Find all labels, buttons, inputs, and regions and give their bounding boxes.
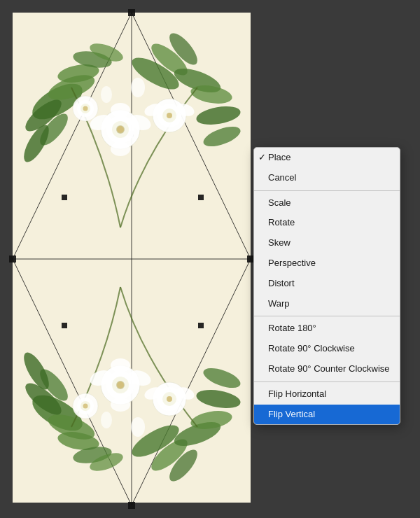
menu-item-rotate180[interactable]: Rotate 180°	[254, 318, 400, 339]
menu-separator-3	[254, 382, 400, 382]
menu-item-place-label: Place	[268, 152, 291, 162]
menu-item-rotate90ccw[interactable]: Rotate 90° Counter Clockwise	[254, 359, 400, 379]
menu-item-flip-h-label: Flip Horizontal	[268, 388, 326, 399]
menu-item-skew[interactable]: Skew	[254, 233, 400, 253]
menu-item-rotate180-label: Rotate 180°	[268, 323, 316, 333]
svg-point-29	[195, 104, 241, 128]
svg-point-47	[117, 126, 124, 133]
menu-item-scale[interactable]: Scale	[254, 193, 400, 214]
menu-item-warp[interactable]: Warp	[254, 294, 400, 314]
svg-point-38	[111, 142, 130, 156]
svg-point-48	[167, 113, 172, 118]
menu-item-scale-label: Scale	[268, 197, 291, 208]
menu-item-flip-v-label: Flip Vertical	[268, 409, 315, 419]
menu-item-place[interactable]: Place	[254, 148, 400, 168]
svg-rect-7	[128, 502, 135, 509]
menu-item-perspective[interactable]: Perspective	[254, 253, 400, 274]
svg-point-83	[117, 382, 124, 388]
svg-point-87	[101, 412, 112, 428]
menu-item-rotate90cw[interactable]: Rotate 90° Clockwise	[254, 339, 400, 359]
menu-separator-2	[254, 316, 400, 316]
svg-point-73	[111, 358, 130, 372]
floral-bottom	[15, 259, 246, 497]
svg-point-66	[201, 364, 243, 392]
floral-top	[15, 18, 246, 259]
menu-item-distort[interactable]: Distort	[254, 274, 400, 294]
menu-item-cancel[interactable]: Cancel	[254, 168, 400, 188]
menu-item-cancel-label: Cancel	[268, 172, 296, 183]
svg-point-50	[131, 78, 145, 97]
menu-item-perspective-label: Perspective	[268, 258, 316, 268]
menu-item-rotate90cw-label: Rotate 90° Clockwise	[268, 343, 355, 354]
svg-point-51	[101, 86, 112, 103]
svg-point-86	[131, 417, 145, 437]
svg-point-30	[201, 122, 243, 150]
canvas-area: Place Cancel Scale Rotate Skew Perspecti…	[0, 0, 420, 518]
menu-item-warp-label: Warp	[268, 298, 290, 309]
svg-point-49	[83, 106, 88, 111]
svg-point-37	[111, 103, 130, 117]
menu-item-flip-v[interactable]: Flip Vertical	[254, 405, 400, 425]
context-menu: Place Cancel Scale Rotate Skew Perspecti…	[253, 147, 400, 425]
svg-point-74	[111, 398, 130, 412]
svg-point-65	[195, 387, 241, 412]
menu-item-skew-label: Skew	[268, 237, 290, 248]
svg-point-84	[167, 396, 172, 402]
menu-separator-1	[254, 190, 400, 191]
svg-point-85	[83, 404, 88, 409]
menu-item-distort-label: Distort	[268, 278, 295, 288]
menu-item-flip-h[interactable]: Flip Horizontal	[254, 384, 400, 405]
menu-item-rotate-label: Rotate	[268, 217, 295, 227]
menu-item-rotate90ccw-label: Rotate 90° Counter Clockwise	[268, 363, 390, 374]
menu-item-rotate[interactable]: Rotate	[254, 213, 400, 233]
